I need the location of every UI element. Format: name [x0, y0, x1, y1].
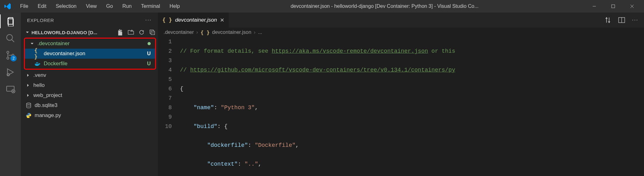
editor-more-icon[interactable]: ··· [632, 17, 638, 23]
database-icon [26, 103, 31, 108]
chevron-down-icon [25, 29, 30, 35]
svg-point-3 [7, 57, 9, 59]
menu-selection[interactable]: Selection [51, 2, 81, 11]
tab-close-icon[interactable]: ✕ [220, 17, 224, 24]
menu-help[interactable]: Help [165, 2, 184, 11]
chevron-right-icon: › [196, 29, 198, 35]
window-title: devcontainer.json - helloworld-django [D… [186, 3, 584, 9]
compare-changes-icon[interactable] [604, 17, 611, 24]
chevron-down-icon [29, 41, 35, 46]
vscode-logo-icon [4, 3, 11, 10]
window-controls [585, 0, 641, 13]
docker-icon [35, 61, 41, 66]
breadcrumb-folder[interactable]: .devcontainer [164, 29, 194, 35]
activitybar: 2 [0, 13, 21, 176]
json-icon: { } [162, 17, 172, 23]
titlebar: File Edit Selection View Go Run Terminal… [0, 0, 644, 13]
tree-folder-hello[interactable]: hello [21, 80, 158, 90]
menubar: File Edit Selection View Go Run Terminal… [16, 2, 184, 11]
highlighted-devcontainer-group: .devcontainer { } devcontainer.json U Do… [24, 38, 156, 70]
tree-label: web_project [33, 92, 154, 99]
tree-label: devcontainer.json [44, 51, 144, 57]
git-status: U [147, 51, 151, 56]
refresh-icon[interactable] [138, 29, 145, 35]
tree-file-manage-py[interactable]: manage.py [21, 110, 158, 120]
svg-rect-0 [612, 5, 615, 8]
menu-go[interactable]: Go [102, 2, 117, 11]
explorer-icon[interactable] [5, 16, 15, 26]
code-content[interactable]: // For format details, see https://aka.m… [180, 37, 644, 176]
folder-section-header[interactable]: HELLOWORLD-DJANGO [D... [21, 28, 158, 37]
minimize-button[interactable] [585, 0, 604, 13]
tree-label: hello [33, 82, 154, 88]
tree-folder-devcontainer[interactable]: .devcontainer [25, 39, 155, 49]
modified-dot-icon [148, 42, 151, 45]
menu-view[interactable]: View [81, 2, 101, 11]
explorer-sidebar: EXPLORER ··· HELLOWORLD-DJANGO [D... .de… [21, 13, 158, 176]
chevron-right-icon [25, 93, 31, 98]
breadcrumb-trail: ... [258, 29, 262, 35]
tree-label: .devcontainer [37, 40, 145, 47]
tree-label: .venv [33, 72, 154, 78]
tree-folder-web-project[interactable]: web_project [21, 90, 158, 100]
git-status: U [147, 61, 151, 67]
close-button[interactable] [623, 0, 641, 13]
editor-area: { } devcontainer.json ✕ ··· .devcontaine… [158, 13, 644, 176]
run-debug-icon[interactable] [5, 67, 15, 77]
breadcrumb-file[interactable]: devcontainer.json [212, 29, 251, 35]
scm-badge: 2 [10, 55, 17, 61]
tree-label: db.sqlite3 [35, 102, 154, 109]
menu-file[interactable]: File [16, 2, 33, 11]
tab-devcontainer-json[interactable]: { } devcontainer.json ✕ [158, 13, 229, 28]
svg-point-2 [7, 51, 9, 53]
code-editor[interactable]: 1 2 3 4 5 6 7 8 9 10 // For format detai… [158, 37, 644, 176]
json-icon: { } [34, 47, 41, 60]
menu-edit[interactable]: Edit [33, 2, 51, 11]
menu-run[interactable]: Run [118, 2, 136, 11]
workspace-name: HELLOWORLD-DJANGO [D... [31, 30, 97, 35]
new-folder-icon[interactable] [128, 29, 134, 35]
menu-terminal[interactable]: Terminal [137, 2, 164, 11]
tree-label: Dockerfile [44, 61, 144, 67]
tree-file-dockerfile[interactable]: Dockerfile U [25, 59, 155, 69]
tree-file-devcontainer-json[interactable]: { } devcontainer.json U [25, 49, 155, 59]
search-icon[interactable] [5, 33, 15, 43]
remote-icon[interactable] [5, 84, 15, 94]
tree-file-db[interactable]: db.sqlite3 [21, 100, 158, 110]
tree-label: manage.py [35, 112, 154, 119]
maximize-button[interactable] [604, 0, 623, 13]
breadcrumbs[interactable]: .devcontainer › { } devcontainer.json › … [158, 28, 644, 37]
split-editor-icon[interactable] [618, 17, 625, 24]
sidebar-more-icon[interactable]: ··· [145, 17, 152, 23]
sidebar-title: EXPLORER [27, 18, 54, 23]
svg-point-10 [26, 103, 31, 104]
json-icon: { } [200, 29, 210, 35]
chevron-right-icon [25, 72, 31, 78]
collapse-all-icon[interactable] [149, 29, 155, 35]
line-number-gutter: 1 2 3 4 5 6 7 8 9 10 [158, 37, 180, 176]
chevron-right-icon [25, 83, 31, 88]
svg-point-1 [7, 35, 13, 40]
tab-label: devcontainer.json [175, 17, 217, 23]
python-icon [26, 113, 31, 118]
tabbar: { } devcontainer.json ✕ ··· [158, 13, 644, 28]
new-file-icon[interactable] [117, 29, 123, 35]
chevron-right-icon: › [254, 29, 255, 35]
source-control-icon[interactable]: 2 [5, 50, 15, 60]
tree-folder-venv[interactable]: .venv [21, 70, 158, 80]
